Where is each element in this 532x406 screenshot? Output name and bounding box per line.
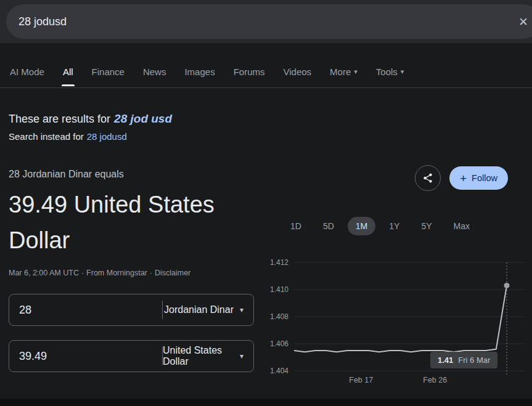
svg-text:1.404: 1.404 (270, 367, 289, 375)
separator: · (81, 269, 84, 277)
tab-label: News (143, 67, 166, 77)
tab-all[interactable]: All (63, 64, 73, 79)
search-instead-text: Search instead for (9, 131, 84, 142)
exchange-rate-chart[interactable]: 1.4121.4101.4081.4061.404Feb 17Feb 26 1.… (265, 254, 532, 402)
chart-range-tabs: 1D 5D 1M 1Y 5Y Max (282, 217, 478, 235)
svg-text:Feb 26: Feb 26 (423, 376, 447, 384)
chart-plot[interactable]: 1.4121.4101.4081.4061.404Feb 17Feb 26 (265, 254, 532, 402)
from-currency-row: Jordanian Dinar ▾ (9, 294, 254, 326)
result-type-tabs: AI Mode All Finance News Images Forums V… (10, 58, 532, 85)
follow-button[interactable]: + Follow (449, 166, 508, 190)
svg-text:1.410: 1.410 (270, 285, 289, 294)
chevron-down-icon: ▾ (240, 352, 243, 360)
share-icon (422, 173, 433, 184)
plus-icon: + (460, 173, 467, 184)
separator: · (150, 269, 152, 277)
to-currency-label: United States Dollar (163, 345, 234, 367)
results-for-text: These are results for (9, 113, 110, 125)
timestamp: Mar 6, 2:00 AM UTC (9, 269, 79, 277)
tab-label: AI Mode (10, 67, 44, 77)
search-results-page: ✕ AI Mode All Finance News Images Forums… (0, 0, 532, 406)
tab-label: Tools (376, 67, 398, 77)
search-input[interactable] (18, 15, 511, 28)
to-amount-input[interactable] (9, 350, 162, 363)
svg-text:1.406: 1.406 (270, 339, 289, 348)
section-divider (0, 399, 532, 406)
spelling-notice: These are results for28 jod usd Search i… (9, 112, 172, 142)
search-header: ✕ (0, 0, 532, 43)
conversion-equals-line: 28 Jordanian Dinar equals (9, 169, 124, 180)
range-5d[interactable]: 5D (315, 217, 342, 235)
tab-ai-mode[interactable]: AI Mode (10, 64, 44, 79)
search-box[interactable]: ✕ (6, 4, 532, 39)
to-currency-row: United States Dollar ▾ (9, 340, 254, 372)
conversion-meta: Mar 6, 2:00 AM UTC·From Morningstar·Disc… (9, 269, 190, 277)
disclaimer-link[interactable]: Disclaimer (155, 269, 190, 277)
tab-more[interactable]: More▾ (330, 64, 358, 79)
results-for-line: These are results for28 jod usd (9, 112, 172, 126)
result-actions: + Follow (415, 165, 508, 191)
tooltip-value: 1.41 (438, 355, 453, 365)
svg-text:1.408: 1.408 (270, 312, 289, 321)
search-instead-line: Search instead for28 jodusd (9, 131, 172, 142)
from-currency-label: Jordanian Dinar (164, 304, 234, 315)
chart-tooltip: 1.41Fri 6 Mar (430, 352, 497, 368)
range-5y[interactable]: 5Y (413, 217, 440, 235)
tab-label: Images (184, 67, 215, 77)
tab-images[interactable]: Images (184, 64, 215, 79)
tab-label: Finance (92, 67, 125, 77)
range-1m[interactable]: 1M (348, 217, 375, 235)
corrected-query-link[interactable]: 28 jod usd (114, 112, 172, 125)
from-amount-input[interactable] (9, 304, 162, 317)
range-1d[interactable]: 1D (282, 217, 309, 235)
chevron-down-icon: ▾ (240, 306, 243, 314)
original-query-link[interactable]: 28 jodusd (87, 131, 127, 142)
conversion-result: 39.49 United States Dollar (9, 187, 275, 258)
data-source: From Morningstar (86, 269, 147, 277)
tab-label: Forums (234, 67, 265, 77)
tab-videos[interactable]: Videos (283, 64, 311, 79)
range-max[interactable]: Max (446, 217, 478, 235)
to-currency-select[interactable]: United States Dollar ▾ (163, 345, 253, 367)
tab-label: All (63, 67, 73, 77)
tab-news[interactable]: News (143, 64, 166, 79)
svg-text:Feb 17: Feb 17 (349, 376, 373, 384)
range-1y[interactable]: 1Y (381, 217, 407, 235)
tab-label: Videos (283, 67, 311, 77)
chevron-down-icon: ▾ (354, 68, 358, 75)
divider (0, 87, 532, 88)
tab-tools[interactable]: Tools▾ (376, 64, 404, 79)
tooltip-date: Fri 6 Mar (458, 355, 490, 365)
clear-search-icon[interactable]: ✕ (518, 15, 528, 29)
share-button[interactable] (415, 165, 441, 191)
chevron-down-icon: ▾ (401, 68, 404, 75)
tab-label: More (330, 67, 351, 77)
follow-label: Follow (472, 173, 497, 183)
from-currency-select[interactable]: Jordanian Dinar ▾ (163, 304, 253, 315)
tab-finance[interactable]: Finance (92, 64, 125, 79)
svg-text:1.412: 1.412 (270, 258, 289, 267)
tab-forums[interactable]: Forums (234, 64, 265, 79)
